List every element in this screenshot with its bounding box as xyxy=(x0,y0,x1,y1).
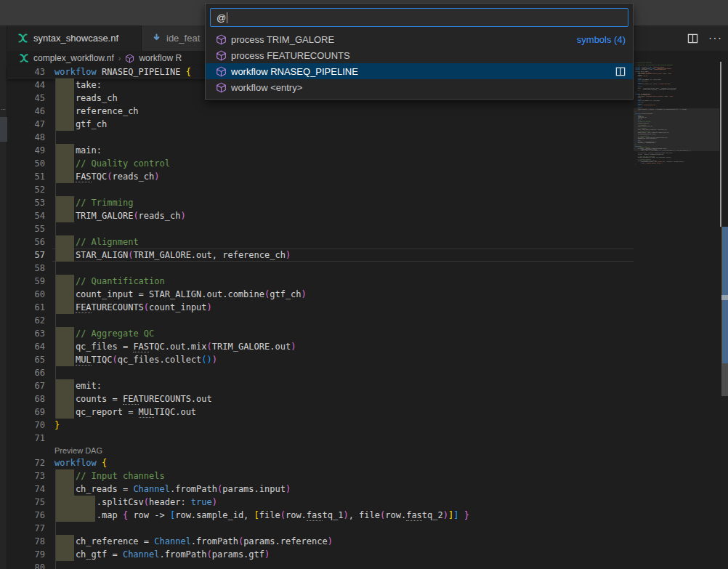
code-line[interactable]: 74 ch_reads = Channel.fromPath(params.in… xyxy=(7,483,634,496)
code-line[interactable]: 72workflow { xyxy=(7,456,634,469)
code-line[interactable]: 80 xyxy=(7,561,634,569)
collapsed-left-group[interactable]: ··· xyxy=(0,25,7,569)
code-line[interactable]: 75 .splitCsv(header: true) xyxy=(7,496,634,509)
quickpick-item-label: workflow <entry> xyxy=(231,82,302,93)
code-line[interactable]: 53 // Trimming xyxy=(7,196,634,209)
tab-label: syntax_showcase.nf xyxy=(33,33,118,44)
open-to-side-icon[interactable] xyxy=(615,67,626,76)
code-line[interactable]: 67 emit: xyxy=(7,379,634,392)
tab-ide-features[interactable]: ide_feat xyxy=(142,25,211,51)
code-line[interactable]: 62 xyxy=(7,314,634,327)
right-scroll-gray xyxy=(721,363,728,396)
code-line[interactable]: 79 ch_gtf = Channel.fromPath(params.gtf) xyxy=(7,548,634,561)
code-line[interactable]: 46 reference_ch xyxy=(7,105,634,118)
code-line[interactable]: 51 FASTQC(reads_ch) xyxy=(7,170,634,183)
symbol-cube-icon xyxy=(125,54,134,63)
code-line[interactable]: 61 FEATURECOUNTS(count_input) xyxy=(7,301,634,314)
code-line[interactable]: 49 main: xyxy=(7,144,634,157)
code-line[interactable]: 56 // Alignment xyxy=(7,235,634,249)
minimap[interactable]: #!/usr/bin/env nextflow // Complex RNA-s… xyxy=(634,62,719,564)
symbol-cube-icon xyxy=(216,50,227,61)
code-line[interactable]: 70} xyxy=(7,419,634,432)
editor-actions: ··· xyxy=(687,25,722,51)
vscode-window: ··· syntax_showcase.nf ide_feat xyxy=(0,0,728,569)
more-actions-icon[interactable]: ··· xyxy=(708,32,722,45)
code-line[interactable]: 54 TRIM_GALORE(reads_ch) xyxy=(7,209,634,222)
code-line[interactable]: 52 xyxy=(7,183,634,196)
code-line[interactable]: 73 // Input channels xyxy=(7,469,634,483)
code-line[interactable]: 58 xyxy=(7,262,634,275)
code-line[interactable]: 48 xyxy=(7,131,634,144)
nextflow-icon xyxy=(17,33,28,44)
quickpick-input[interactable]: @ xyxy=(210,8,628,27)
quickpick-item-label: process FEATURECOUNTS xyxy=(231,50,350,61)
code-line[interactable]: 59 // Quantification xyxy=(7,275,634,288)
code-lines: 43workflow RNASEQ_PIPELINE {44 take:45 r… xyxy=(7,65,634,569)
code-line[interactable]: 65 MULTIQC(qc_files.collect()) xyxy=(7,353,634,366)
quickpick-item-featurecounts[interactable]: process FEATURECOUNTS xyxy=(206,47,633,63)
code-line[interactable]: 50 // Quality control xyxy=(7,157,634,170)
minimap-content: #!/usr/bin/env nextflow // Complex RNA-s… xyxy=(635,62,708,165)
breadcrumb-file[interactable]: complex_workflow.nf xyxy=(33,53,114,63)
quickpick-value: @ xyxy=(217,12,226,23)
code-line[interactable]: 77 xyxy=(7,522,634,535)
code-line[interactable]: 57 STAR_ALIGN(TRIM_GALORE.out, reference… xyxy=(7,249,634,262)
code-line[interactable]: 55 xyxy=(7,222,634,235)
tab-label: ide_feat xyxy=(166,33,200,44)
code-line[interactable]: 47 gtf_ch xyxy=(7,118,634,131)
symbol-cube-icon xyxy=(216,82,227,93)
breadcrumb-separator: › xyxy=(118,54,121,62)
code-line[interactable]: 71 xyxy=(7,432,634,445)
code-line[interactable]: 60 count_input = STAR_ALIGN.out.combine(… xyxy=(7,288,634,301)
quickpick-item-label: process TRIM_GALORE xyxy=(231,34,334,45)
quickpick-item-rnaseq-pipeline[interactable]: workflow RNASEQ_PIPELINE xyxy=(206,63,633,79)
code-line[interactable]: 76 .map { row -> [row.sample_id, [file(r… xyxy=(7,509,634,522)
nextflow-icon xyxy=(19,53,29,63)
code-line[interactable]: 78 ch_reference = Channel.fromPath(param… xyxy=(7,535,634,548)
code-line[interactable]: 64 qc_files = FASTQC.out.mix(TRIM_GALORE… xyxy=(7,340,634,353)
tab-syntax-showcase[interactable]: syntax_showcase.nf xyxy=(7,25,142,51)
codelens-preview-dag[interactable]: Preview DAG xyxy=(7,445,634,456)
symbol-cube-icon xyxy=(216,66,227,77)
text-caret xyxy=(227,12,227,23)
quickpick-item-label: workflow RNASEQ_PIPELINE xyxy=(231,66,358,77)
right-scroll-band xyxy=(721,295,728,300)
split-editor-icon[interactable] xyxy=(687,33,698,44)
breadcrumb-symbol[interactable]: workflow R xyxy=(139,53,182,63)
right-edge-group xyxy=(721,51,728,569)
quickpick-item-workflow-entry[interactable]: workflow <entry> xyxy=(206,79,633,95)
code-line[interactable]: 66 xyxy=(7,366,634,379)
quickpick-item-trim-galore[interactable]: process TRIM_GALORE symbols (4) xyxy=(206,31,633,47)
code-line[interactable]: 63 // Aggregate QC xyxy=(7,327,634,340)
symbols-count-badge: symbols (4) xyxy=(577,34,626,45)
code-line[interactable]: 69 qc_report = MULTIQC.out xyxy=(7,405,634,419)
symbol-cube-icon xyxy=(216,34,227,45)
left-group-handle[interactable] xyxy=(0,117,7,142)
symbol-quickpick: @ process TRIM_GALORE symbols (4) proces… xyxy=(205,3,634,100)
code-editor[interactable]: 43workflow RNASEQ_PIPELINE {44 take:45 r… xyxy=(7,65,634,569)
code-line[interactable]: 68 counts = FEATURECOUNTS.out xyxy=(7,392,634,405)
arrow-down-icon xyxy=(152,33,161,43)
overflow-icon[interactable]: ··· xyxy=(1,105,5,113)
